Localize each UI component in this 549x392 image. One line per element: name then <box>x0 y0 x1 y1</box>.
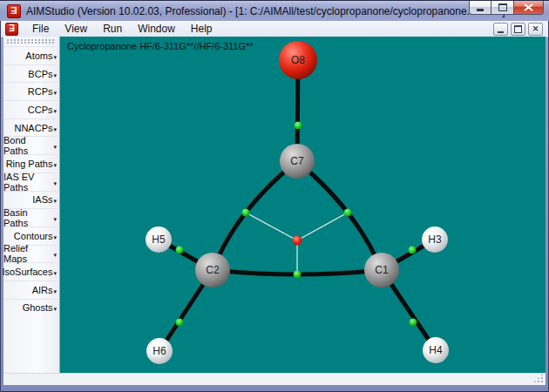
dropdown-arrow-icon: ▾ <box>53 108 57 115</box>
window-title: AIMStudio (Version 10.02.03, Professiona… <box>26 5 505 17</box>
bond-critical-point[interactable] <box>409 247 417 254</box>
atom-label-H4: H4 <box>429 344 443 356</box>
dropdown-arrow-icon: ▾ <box>53 126 57 133</box>
title-bar[interactable]: Ǝ AIMStudio (Version 10.02.03, Professio… <box>0 0 549 21</box>
toolbar-gripper[interactable] <box>7 39 56 44</box>
dropdown-arrow-icon: ▾ <box>53 180 57 187</box>
close-icon: ✕ <box>532 25 539 33</box>
sidebar-item-label: NNACPs <box>14 123 52 133</box>
dropdown-arrow-icon: ▾ <box>53 90 57 97</box>
sidebar-item-iass[interactable]: IASs▾ <box>3 191 59 209</box>
sidebar-item-label: IAS EV Paths <box>3 172 52 193</box>
bond-critical-point[interactable] <box>242 209 250 217</box>
mdi-window-controls: ✕ <box>493 23 543 36</box>
sidebar-item-relief-maps[interactable]: Relief Maps▾ <box>3 245 59 263</box>
ring-path <box>297 213 348 240</box>
atom-label-C7: C7 <box>290 155 304 167</box>
sidebar-item-label: AIRs <box>32 285 53 295</box>
restore-icon <box>514 25 522 33</box>
sidebar-item-atoms[interactable]: Atoms▾ <box>3 46 59 64</box>
dropdown-arrow-icon: ▾ <box>53 288 57 295</box>
dropdown-arrow-icon: ▾ <box>53 72 57 79</box>
dropdown-arrow-icon: ▾ <box>53 162 57 169</box>
atom-label-H6: H6 <box>152 345 166 357</box>
sidebar-item-label: RCPs <box>28 86 53 97</box>
menu-window[interactable]: Window <box>130 21 183 37</box>
document-logo-icon[interactable]: Ǝ <box>5 23 18 36</box>
bond-critical-point[interactable] <box>410 319 417 327</box>
bond-critical-point[interactable] <box>294 271 302 279</box>
sidebar-item-bcps[interactable]: BCPs▾ <box>3 64 59 83</box>
sidebar-item-label: Ring Paths <box>6 159 53 169</box>
sidebar-item-label: Atoms <box>25 51 52 61</box>
ring-path <box>246 213 297 240</box>
sidebar-item-label: IsoSurfaces <box>2 267 52 277</box>
bond-C7-C2[interactable] <box>213 161 297 270</box>
bond-C7-C1[interactable] <box>297 161 382 270</box>
dropdown-arrow-icon: ▾ <box>53 144 57 151</box>
aimstudio-window: Ǝ AIMStudio (Version 10.02.03, Professio… <box>0 0 549 392</box>
bond-critical-point[interactable] <box>344 209 352 217</box>
sidebar-item-label: CCPs <box>28 105 53 115</box>
caption-buttons <box>469 1 544 15</box>
sidebar-item-ias-ev-paths[interactable]: IAS EV Paths▾ <box>3 172 59 191</box>
sidebar-item-label: Bond Paths <box>3 135 52 156</box>
atom-label-O8: O8 <box>291 54 305 66</box>
dropdown-arrow-icon: ▾ <box>53 54 57 61</box>
sidebar-item-ccps[interactable]: CCPs▾ <box>3 100 59 118</box>
close-icon <box>524 3 533 11</box>
sidebar-item-ghosts[interactable]: Ghosts▾ <box>3 299 59 317</box>
sidebar-item-label: Basin Paths <box>3 207 52 228</box>
ring-critical-point[interactable] <box>293 236 302 246</box>
mdi-close-button[interactable]: ✕ <box>528 23 543 36</box>
molecule-svg: O8C7C2C1H5H3H6H4 <box>60 37 546 373</box>
menu-view[interactable]: View <box>57 21 95 37</box>
mdi-minimize-button[interactable] <box>493 23 508 36</box>
sidebar: Atoms▾ BCPs▾ RCPs▾ CCPs▾ NNACPs▾ Bond Pa… <box>3 37 60 373</box>
bond-critical-point[interactable] <box>295 122 302 130</box>
atom-label-C1: C1 <box>375 264 389 276</box>
main-content: Atoms▾ BCPs▾ RCPs▾ CCPs▾ NNACPs▾ Bond Pa… <box>3 37 546 373</box>
sidebar-item-contours[interactable]: Contours▾ <box>3 226 59 245</box>
menu-run[interactable]: Run <box>95 21 130 37</box>
menu-help[interactable]: Help <box>183 21 220 37</box>
maximize-button[interactable] <box>491 1 513 15</box>
minimize-button[interactable] <box>469 1 491 15</box>
close-button[interactable] <box>513 1 544 15</box>
bond-critical-point[interactable] <box>176 319 184 327</box>
dropdown-arrow-icon: ▾ <box>53 216 57 223</box>
dropdown-arrow-icon: ▾ <box>53 270 57 277</box>
dropdown-arrow-icon: ▾ <box>53 252 57 259</box>
resize-grip[interactable] <box>535 375 544 383</box>
sidebar-item-isosurfaces[interactable]: IsoSurfaces▾ <box>3 262 59 280</box>
atom-label-H3: H3 <box>428 233 442 246</box>
molecule-viewport[interactable]: Cyclopropanone HF/6-311G**//HF/6-311G** <box>60 37 546 373</box>
menu-file[interactable]: File <box>24 21 57 37</box>
minimize-icon <box>498 31 504 33</box>
dropdown-arrow-icon: ▾ <box>53 306 57 313</box>
status-bar <box>3 373 546 385</box>
sidebar-item-label: IASs <box>32 194 52 205</box>
sidebar-item-label: BCPs <box>28 69 52 79</box>
sidebar-item-ring-paths[interactable]: Ring Paths▾ <box>3 154 59 172</box>
mdi-restore-button[interactable] <box>511 23 525 36</box>
app-logo-icon: Ǝ <box>7 4 21 18</box>
atom-label-C2: C2 <box>206 264 220 276</box>
sidebar-item-nnacps[interactable]: NNACPs▾ <box>3 118 59 137</box>
bond-critical-point[interactable] <box>176 247 184 254</box>
atom-label-H5: H5 <box>152 233 166 246</box>
minimize-icon <box>477 9 484 11</box>
menu-bar: Ǝ File View Run Window Help ✕ <box>1 21 548 37</box>
sidebar-item-label: Relief Maps <box>3 243 52 264</box>
dropdown-arrow-icon: ▾ <box>53 234 57 241</box>
sidebar-item-label: Contours <box>14 231 53 241</box>
dropdown-arrow-icon: ▾ <box>53 198 57 205</box>
maximize-icon <box>498 3 507 11</box>
viewport-caption: Cyclopropanone HF/6-311G**//HF/6-311G** <box>67 41 254 51</box>
sidebar-item-label: Ghosts <box>23 302 53 313</box>
sidebar-item-airs[interactable]: AIRs▾ <box>3 280 59 299</box>
sidebar-item-rcps[interactable]: RCPs▾ <box>3 82 59 100</box>
sidebar-item-bond-paths[interactable]: Bond Paths▾ <box>3 136 59 154</box>
sidebar-item-basin-paths[interactable]: Basin Paths▾ <box>3 208 59 226</box>
